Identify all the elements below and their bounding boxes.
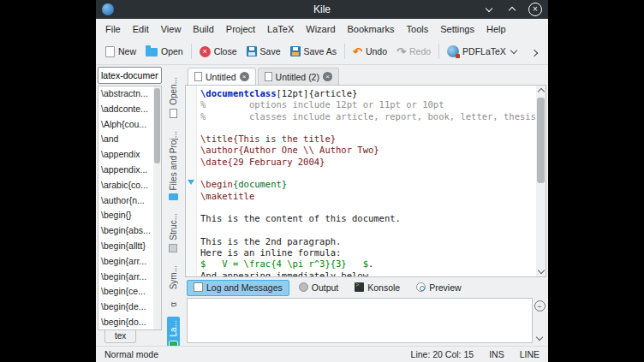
tab-untitled[interactable]: Untitled <box>188 68 256 85</box>
redo-button[interactable]: Redo <box>392 43 435 61</box>
command-item[interactable]: \addconte... <box>98 102 153 117</box>
kile-app-icon <box>102 3 114 15</box>
command-item[interactable]: \author{n... <box>98 193 153 209</box>
code-token: {document} <box>233 179 287 189</box>
editor-line: Here is an inline formula: <box>200 247 536 258</box>
command-item[interactable]: \and <box>98 132 153 147</box>
menu-file[interactable]: File <box>99 21 127 37</box>
toolbar-overflow-button[interactable] <box>526 40 543 62</box>
close-document-button[interactable]: Close <box>195 44 242 60</box>
command-item[interactable]: \begin{arr... <box>98 254 153 270</box>
command-item[interactable]: \abstractn... <box>98 86 153 102</box>
bottom-tab-output[interactable]: Output <box>292 280 346 296</box>
bottom-tab-preview[interactable]: Preview <box>409 280 468 296</box>
command-item[interactable]: \arabic{co... <box>98 178 153 193</box>
log-messages-panel[interactable] <box>187 298 533 343</box>
menu-settings[interactable]: Settings <box>434 21 480 37</box>
pdflatex-button[interactable]: PDFLaTeX <box>443 43 521 60</box>
scroll-up-icon[interactable] <box>536 86 546 96</box>
main-area: \abstractn...\addconte...\Alph{cou...\an… <box>96 65 548 346</box>
command-item[interactable]: \appendix <box>98 147 153 163</box>
konsole-icon <box>355 282 364 292</box>
scroll-down-icon[interactable] <box>536 266 546 276</box>
menu-view[interactable]: View <box>155 21 188 37</box>
menu-build[interactable]: Build <box>187 21 219 37</box>
collapse-panel-button[interactable] <box>534 300 546 312</box>
code-token: \title{This is the title} <box>200 134 336 144</box>
undo-icon <box>353 45 362 58</box>
tab-tex[interactable]: tex <box>104 330 136 343</box>
screen: Kile FileEditViewBuildProjectLaTeXWizard… <box>0 0 644 362</box>
command-item[interactable]: \begin{alltt} <box>98 239 153 254</box>
editor-line: % classes include article, report, book,… <box>200 111 536 122</box>
panel-scroll-down-icon[interactable] <box>536 334 543 341</box>
menu-project[interactable]: Project <box>220 21 261 37</box>
document-icon <box>194 72 202 81</box>
bottom-panel-controls <box>533 298 546 343</box>
save-as-button[interactable]: Save As <box>286 44 342 59</box>
command-item[interactable]: \begin{abs... <box>98 223 153 239</box>
bottom-tab-konsole[interactable]: Konsole <box>348 280 407 296</box>
menu-latex[interactable]: LaTeX <box>261 21 300 37</box>
tab-untitled-2[interactable]: Untitled (2) <box>258 68 339 85</box>
save-button[interactable]: Save <box>242 44 285 59</box>
editor-line: And appearing immediately below <box>200 270 536 276</box>
scrollbar-thumb[interactable] <box>537 98 545 183</box>
side-tab-symbols[interactable]: Sym... <box>167 262 180 293</box>
editor-scrollbar[interactable] <box>536 86 546 276</box>
side-tab-structure[interactable]: Struc... <box>167 210 180 256</box>
menu-wizard[interactable]: Wizard <box>300 21 341 37</box>
title-bar[interactable]: Kile <box>96 0 548 19</box>
command-item[interactable]: \begin{do... <box>98 315 153 329</box>
new-button[interactable]: New <box>101 44 140 60</box>
close-window-button[interactable] <box>528 3 542 16</box>
menu-help[interactable]: Help <box>480 21 512 37</box>
editor-line <box>200 225 536 236</box>
undo-button[interactable]: Undo <box>349 43 391 61</box>
close-tab-icon[interactable] <box>240 72 249 81</box>
command-item[interactable]: \begin{arr... <box>98 270 153 285</box>
menu-tools[interactable]: Tools <box>401 21 435 37</box>
side-tab-label: La... <box>169 320 178 336</box>
chevron-down-icon[interactable] <box>510 47 517 54</box>
command-item[interactable]: \begin{ce... <box>98 284 153 300</box>
side-tab-alpha[interactable]: α <box>167 299 180 311</box>
code-token: [12pt]{article} <box>277 88 358 98</box>
preview-icon <box>416 282 426 292</box>
command-list-scrollbar[interactable] <box>153 86 161 329</box>
save-label: Save <box>260 46 281 56</box>
code-token: \maketitle <box>200 191 254 201</box>
bottom-tab-log[interactable]: Log and Messages <box>187 280 289 296</box>
save-as-label: Save As <box>304 46 337 56</box>
side-tab-open-files[interactable]: Open... <box>167 74 180 122</box>
menu-edit[interactable]: Edit <box>127 21 155 37</box>
menu-bookmarks[interactable]: Bookmarks <box>342 21 401 37</box>
editor-code[interactable]: \documentclass[12pt]{article}% options i… <box>197 86 536 276</box>
open-button[interactable]: Open <box>141 44 188 59</box>
command-sidebar: \abstractn...\addconte...\Alph{cou...\an… <box>96 65 163 346</box>
side-tab-files-and-projects[interactable]: Files and Proj... <box>167 128 180 204</box>
command-item[interactable]: \appendix... <box>98 163 153 178</box>
scrollbar-thumb[interactable] <box>154 88 160 163</box>
open-files-icon <box>170 109 177 118</box>
close-tab-icon[interactable] <box>323 72 332 81</box>
editor[interactable]: \documentclass[12pt]{article}% options i… <box>186 86 536 276</box>
side-tab-strip: Open...Files and Proj...Struc...Sym...αL… <box>163 65 183 346</box>
document-icon <box>265 72 272 81</box>
command-item[interactable]: \Alph{cou... <box>98 117 153 133</box>
new-document-icon <box>105 46 115 57</box>
status-line-ending[interactable]: LINE <box>520 349 540 359</box>
bottom-tab-label: Preview <box>429 282 461 293</box>
command-item[interactable]: \begin{de... <box>98 300 153 315</box>
editor-line: \title{This is the title} <box>200 134 536 145</box>
maximize-button[interactable] <box>505 3 519 16</box>
command-item[interactable]: \begin{} <box>98 208 153 223</box>
command-filter-input[interactable] <box>98 67 162 84</box>
status-ins-mode[interactable]: INS <box>489 349 504 359</box>
fold-marker-icon[interactable] <box>188 180 194 185</box>
status-line-col[interactable]: Line: 20 Col: 15 <box>411 349 474 359</box>
code-token: $ V = \frac{4 \pi r^3}{3} $ <box>200 258 368 269</box>
open-folder-icon <box>146 48 158 56</box>
editor-frame: \documentclass[12pt]{article}% options i… <box>185 85 546 277</box>
minimize-button[interactable] <box>482 3 496 16</box>
